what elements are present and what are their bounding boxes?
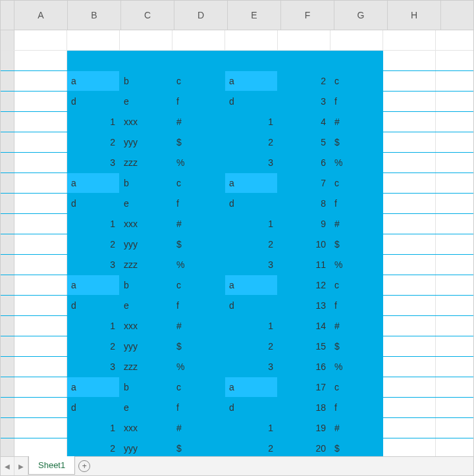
cell-E-2[interactable] bbox=[225, 51, 278, 70]
row-header[interactable] bbox=[1, 71, 14, 91]
row-header[interactable] bbox=[1, 153, 14, 172]
cell-G-15[interactable]: # bbox=[330, 316, 383, 336]
cell-G-21[interactable]: $ bbox=[330, 438, 383, 456]
cell-E-9[interactable]: d bbox=[225, 194, 278, 213]
cell-B-13[interactable]: a bbox=[67, 275, 120, 295]
cell-F-17[interactable]: 16 bbox=[278, 357, 330, 377]
cell-F-12[interactable]: 11 bbox=[278, 255, 330, 275]
cell-F-3[interactable]: 2 bbox=[278, 71, 330, 91]
cell-F-2[interactable] bbox=[278, 51, 330, 70]
cell-C-8[interactable]: b bbox=[120, 173, 172, 193]
cell-H-1[interactable] bbox=[383, 30, 436, 50]
cell-F-15[interactable]: 14 bbox=[278, 316, 330, 336]
cell-D-6[interactable]: $ bbox=[172, 132, 225, 152]
cell-G-9[interactable]: f bbox=[330, 194, 383, 213]
cell-G-17[interactable]: % bbox=[330, 357, 383, 377]
cell-A-15[interactable] bbox=[14, 316, 67, 336]
cell-A-1[interactable] bbox=[14, 30, 67, 50]
tab-nav-prev[interactable]: ◀ bbox=[1, 457, 14, 475]
cell-B-4[interactable]: d bbox=[67, 92, 120, 111]
row-header[interactable] bbox=[1, 255, 14, 275]
cell-B-17[interactable]: 3 bbox=[67, 357, 120, 377]
row-header[interactable] bbox=[1, 214, 14, 234]
cell-H-14[interactable] bbox=[383, 296, 436, 315]
cell-C-20[interactable]: xxx bbox=[120, 418, 172, 438]
cell-A-3[interactable] bbox=[14, 71, 67, 91]
cell-G-4[interactable]: f bbox=[330, 92, 383, 111]
cell-A-4[interactable] bbox=[14, 92, 67, 111]
row-header[interactable] bbox=[1, 275, 14, 295]
cell-F-19[interactable]: 18 bbox=[278, 398, 330, 417]
cell-G-16[interactable]: $ bbox=[330, 336, 383, 356]
cell-H-2[interactable] bbox=[383, 51, 436, 70]
cell-H-19[interactable] bbox=[383, 398, 436, 417]
cell-A-7[interactable] bbox=[14, 153, 67, 172]
cell-B-10[interactable]: 1 bbox=[67, 214, 120, 234]
cell-A-12[interactable] bbox=[14, 255, 67, 275]
row-header[interactable] bbox=[1, 234, 14, 254]
cell-B-18[interactable]: a bbox=[67, 377, 120, 397]
cell-G-13[interactable]: c bbox=[330, 275, 383, 295]
cell-B-19[interactable]: d bbox=[67, 398, 120, 417]
row-header[interactable] bbox=[1, 132, 14, 152]
row-header[interactable] bbox=[1, 398, 14, 417]
cell-H-18[interactable] bbox=[383, 377, 436, 397]
cell-G-14[interactable]: f bbox=[330, 296, 383, 315]
cell-A-18[interactable] bbox=[14, 377, 67, 397]
cell-D-15[interactable]: # bbox=[172, 316, 225, 336]
cell-H-6[interactable] bbox=[383, 132, 436, 152]
cell-H-7[interactable] bbox=[383, 153, 436, 172]
cell-E-14[interactable]: d bbox=[225, 296, 278, 315]
cell-B-11[interactable]: 2 bbox=[67, 234, 120, 254]
cell-G-5[interactable]: # bbox=[330, 112, 383, 132]
cell-E-19[interactable]: d bbox=[225, 398, 278, 417]
row-header[interactable] bbox=[1, 173, 14, 193]
cell-D-10[interactable]: # bbox=[172, 214, 225, 234]
column-header-E[interactable]: E bbox=[228, 1, 281, 30]
row-header[interactable] bbox=[1, 30, 14, 50]
cell-H-9[interactable] bbox=[383, 194, 436, 213]
cell-C-11[interactable]: yyy bbox=[120, 234, 172, 254]
row-header[interactable] bbox=[1, 51, 14, 70]
cell-E-7[interactable]: 3 bbox=[225, 153, 278, 172]
sheet-tab-active[interactable]: Sheet1 bbox=[28, 456, 75, 475]
cell-E-12[interactable]: 3 bbox=[225, 255, 278, 275]
cell-C-14[interactable]: e bbox=[120, 296, 172, 315]
cell-G-6[interactable]: $ bbox=[330, 132, 383, 152]
column-header-G[interactable]: G bbox=[334, 1, 388, 30]
cell-G-7[interactable]: % bbox=[330, 153, 383, 172]
cell-B-14[interactable]: d bbox=[67, 296, 120, 315]
column-header-F[interactable]: F bbox=[281, 1, 334, 30]
cell-D-16[interactable]: $ bbox=[172, 336, 225, 356]
cell-E-18[interactable]: a bbox=[225, 377, 278, 397]
cell-B-21[interactable]: 2 bbox=[67, 438, 120, 456]
cell-C-9[interactable]: e bbox=[120, 194, 172, 213]
cell-F-4[interactable]: 3 bbox=[278, 92, 330, 111]
cell-B-1[interactable] bbox=[67, 30, 120, 50]
cell-F-1[interactable] bbox=[278, 30, 330, 50]
cell-G-11[interactable]: $ bbox=[330, 234, 383, 254]
cell-E-3[interactable]: a bbox=[225, 71, 278, 91]
cell-C-18[interactable]: b bbox=[120, 377, 172, 397]
row-header[interactable] bbox=[1, 418, 14, 438]
cell-C-15[interactable]: xxx bbox=[120, 316, 172, 336]
cell-E-16[interactable]: 2 bbox=[225, 336, 278, 356]
row-header[interactable] bbox=[1, 377, 14, 397]
cell-G-10[interactable]: # bbox=[330, 214, 383, 234]
row-header[interactable] bbox=[1, 357, 14, 377]
cell-E-15[interactable]: 1 bbox=[225, 316, 278, 336]
cell-A-13[interactable] bbox=[14, 275, 67, 295]
cell-A-8[interactable] bbox=[14, 173, 67, 193]
cell-H-3[interactable] bbox=[383, 71, 436, 91]
cell-F-14[interactable]: 13 bbox=[278, 296, 330, 315]
cell-G-8[interactable]: c bbox=[330, 173, 383, 193]
cell-D-1[interactable] bbox=[172, 30, 225, 50]
cell-A-14[interactable] bbox=[14, 296, 67, 315]
cell-B-16[interactable]: 2 bbox=[67, 336, 120, 356]
cell-G-3[interactable]: c bbox=[330, 71, 383, 91]
cell-D-14[interactable]: f bbox=[172, 296, 225, 315]
cell-D-7[interactable]: % bbox=[172, 153, 225, 172]
cell-E-13[interactable]: a bbox=[225, 275, 278, 295]
cell-A-16[interactable] bbox=[14, 336, 67, 356]
cell-E-5[interactable]: 1 bbox=[225, 112, 278, 132]
